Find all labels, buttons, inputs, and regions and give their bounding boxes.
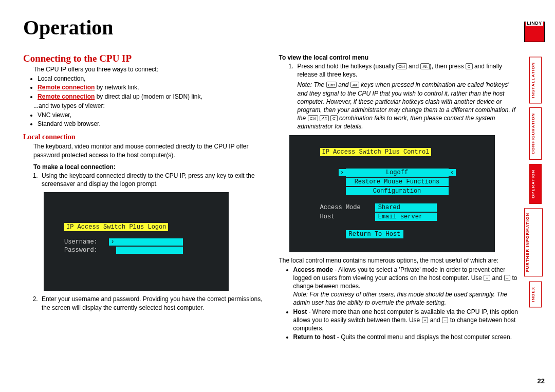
password-label: Password: [64,247,105,254]
username-field[interactable] [116,238,183,246]
right-column: To view the local control menu Press and… [279,50,520,342]
plus-key-icon: + [484,275,490,281]
viewer-vnc: VNC viewer, [38,111,264,119]
remote-connection-link-2[interactable]: Remote connection [38,93,95,100]
local-step-1: Using the keyboard connected directly to… [40,172,264,188]
local-connection-heading: Local connection [23,133,264,141]
lindy-logo [524,22,545,42]
viewer-browser: Standard web browser. [38,120,264,128]
left-column: Connecting to the CPU IP The CPU IP offe… [23,50,264,342]
page-number: 22 [538,377,545,385]
way-remote-dialup: Remote connection by direct dial up (mod… [38,92,264,101]
logoff-button[interactable]: Logoff [346,169,449,177]
host-value[interactable]: Email server [375,213,437,221]
tab-operation[interactable]: OPERATION [529,164,542,204]
option-return-to-host: Return to host - Quits the control menu … [293,333,520,341]
logoff-right-arrow-icon: ‹ [449,169,456,176]
access-mode-note: Note: For the courtesy of other users, t… [293,290,520,307]
way-remote-network: Remote connection by network link, [38,83,264,91]
access-mode-label: Access Mode [320,204,372,211]
control-terminal: IP Access Switch Plus Control ›Logoff‹ R… [289,135,495,252]
local-step-2: Enter your username and password. Provid… [40,295,264,311]
password-field[interactable] [116,247,183,254]
view-local-menu-heading: To view the local control menu [279,54,520,61]
minus-key-icon-2: – [442,317,448,323]
ctrl-key-icon-3: Ctrl [308,115,318,121]
logon-terminal-title: IP Access Switch Plus Logon [64,223,168,231]
section-connecting-heading: Connecting to the CPU IP [23,53,264,64]
page-title: Operation [23,15,519,40]
c-key-icon: C [466,63,473,69]
logoff-left-arrow-icon: › [339,169,346,176]
tab-index[interactable]: INDEX [529,281,542,307]
way-local: Local connection, [38,74,264,83]
alt-key-icon-3: Alt [320,115,328,121]
tab-configuration[interactable]: CONFIGURATION [529,107,542,160]
connecting-intro: The CPU IP offers you three ways to conn… [33,65,264,73]
configuration-button[interactable]: Configuration [346,187,449,195]
local-connection-intro: The keyboard, video monitor and mouse co… [33,142,264,159]
username-cursor-icon: › [109,238,116,246]
c-key-icon-2: C [330,115,338,121]
host-label: Host [320,213,372,220]
viewers-intro: ...and two types of viewer: [33,102,264,110]
return-to-host-button[interactable]: Return To Host [346,230,404,238]
minus-key-icon: – [504,275,510,281]
plus-key-icon-2: + [422,317,429,323]
tab-installation[interactable]: INSTALLATION [529,57,542,103]
ctrl-key-icon: Ctrl [396,63,406,69]
restore-mouse-button[interactable]: Restore Mouse Functions [346,178,449,186]
logon-terminal: IP Access Switch Plus Logon Username: › … [44,192,229,291]
alt-key-icon-2: Alt [350,82,359,88]
side-navigation: INSTALLATION CONFIGURATION OPERATION FUR… [524,22,546,311]
view-menu-step-1: Press and hold the hotkeys (usually Ctrl… [295,62,520,131]
option-host: Host - Where more than one host computer… [293,308,520,333]
control-terminal-title: IP Access Switch Plus Control [320,148,432,156]
remote-connection-link-1[interactable]: Remote connection [38,84,95,91]
ctrl-key-icon-2: Ctrl [326,82,337,88]
hotkey-note: Note: The Ctrl and Alt keys when pressed… [298,81,520,130]
menu-options-intro: The local control menu contains numerous… [279,256,520,265]
to-make-local-heading: To make a local connection: [33,163,264,171]
access-mode-value[interactable]: Shared [375,203,437,212]
alt-key-icon: Alt [420,63,429,69]
option-access-mode: Access mode - Allows you to select a 'Pr… [293,266,520,307]
username-label: Username: [64,238,105,246]
tab-further-information[interactable]: FURTHER INFORMATION [524,208,543,276]
